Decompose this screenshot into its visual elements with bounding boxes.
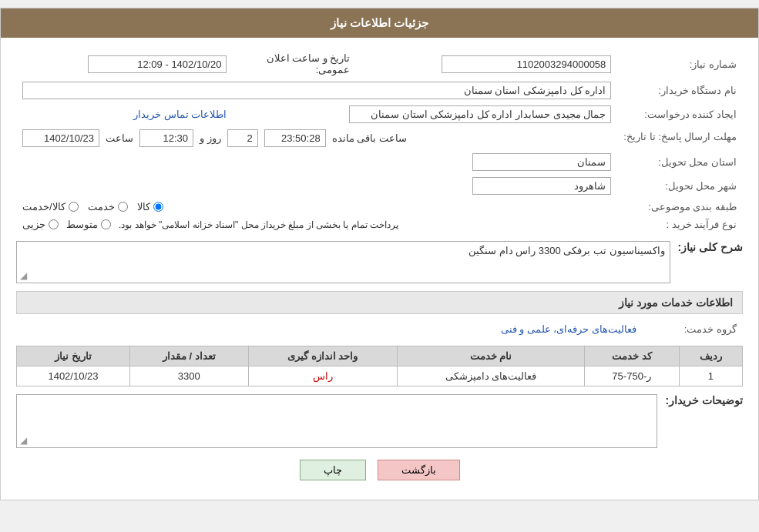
label-creator: ایجاد کننده درخواست: [617,102,743,126]
service-group-link[interactable]: فعالیت‌های حرفه‌ای، علمی و فنی [501,323,636,335]
buyer-desc-row: توضیحات خریدار: ◢ [16,394,743,448]
need-description-text: واکسیناسیون تب برفکی 3300 راس دام سنگین [22,245,665,256]
value-announce: 1402/10/20 - 12:09 [16,49,233,79]
header-title: جزئیات اطلاعات نیاز [331,16,428,29]
purchase-type-note: پرداخت تمام یا بخشی از مبلغ خریداز محل "… [119,219,398,230]
creator-input: جمال مجیدی حسابدار اداره کل دامپزشکی است… [349,105,611,123]
deadline-days-label: روز و [200,132,221,144]
table-row: 1 ر-750-75 فعالیت‌های دامپزشکی راس 3300 … [17,366,743,386]
announce-value-box: 1402/10/20 - 12:09 [88,55,227,73]
radio-kala[interactable]: کالا [137,201,163,212]
back-button[interactable]: بازگشت [378,460,460,480]
value-delivery-province: سمنان [16,150,617,174]
delivery-city-box: شاهرود [472,177,611,195]
cell-quantity: 3300 [129,366,248,386]
services-table: ردیف کد خدمت نام خدمت واحد اندازه گیری ت… [16,346,743,386]
contact-info-link[interactable]: اطلاعات تماس خریدار [133,109,227,120]
cell-name: فعالیت‌های دامپزشکی [398,366,585,386]
cell-date: 1402/10/23 [17,366,130,386]
content-area: شماره نیاز: 1102003294000058 تاریخ و ساع… [1,38,758,500]
value-service-group: فعالیت‌های حرفه‌ای، علمی و فنی [16,320,643,338]
buyer-org-input: اداره کل دامپزشکی استان سمنان [22,82,611,99]
cell-code: ر-750-75 [584,366,679,386]
need-number-input: 1102003294000058 [442,55,611,73]
radio-jazii-input[interactable] [49,219,59,229]
label-delivery-city: شهر محل تحویل: [617,174,743,198]
deadline-remaining-label: ساعت باقی مانده [332,132,407,144]
deadline-countdown-box: 23:50:28 [264,129,326,147]
buyer-desc-container: ◢ [16,394,657,448]
radio-khedmat[interactable]: خدمت [88,201,128,212]
value-need-number: 1102003294000058 [356,49,617,79]
value-creator: جمال مجیدی حسابدار اداره کل دامپزشکی است… [233,102,617,126]
value-buyer-org: اداره کل دامپزشکی استان سمنان [16,79,617,102]
need-description-box: واکسیناسیون تب برفکی 3300 راس دام سنگین … [16,241,670,283]
radio-motawaset[interactable]: متوسط [66,219,111,230]
value-purchase-type: جزیی متوسط پرداخت تمام یا بخشی از مبلغ خ… [16,216,617,233]
label-service-group: گروه خدمت: [643,320,743,338]
value-category: کالا/خدمت خدمت کالا [16,198,617,216]
delivery-province-box: سمنان [472,153,611,171]
button-bar: بازگشت چاپ [16,460,743,480]
deadline-time-label: ساعت [106,132,133,144]
need-description-container: واکسیناسیون تب برفکی 3300 راس دام سنگین … [16,241,670,283]
service-group-table: گروه خدمت: فعالیت‌های حرفه‌ای، علمی و فن… [16,320,743,338]
label-buyer-desc: توضیحات خریدار: [665,394,743,407]
deadline-days-box: 2 [227,129,258,147]
print-button[interactable]: چاپ [300,460,366,480]
radio-kala-input[interactable] [153,202,163,212]
contact-info-cell: اطلاعات تماس خریدار [16,102,233,126]
col-name: نام خدمت [398,346,585,366]
cell-unit: راس [248,366,398,386]
radio-khedmat-label: خدمت [88,201,115,212]
radio-kala-label: کالا [137,201,150,212]
info-table: شماره نیاز: 1102003294000058 تاریخ و ساع… [16,49,743,233]
label-delivery-province: استان محل تحویل: [617,150,743,174]
col-code: کد خدمت [584,346,679,366]
col-date: تاریخ نیاز [17,346,130,366]
radio-motawaset-input[interactable] [101,219,111,229]
resize-handle: ◢ [20,270,27,281]
label-need-number: شماره نیاز: [617,49,743,79]
label-category: طبقه بندی موضوعی: [617,198,743,216]
unit-link[interactable]: راس [313,370,333,382]
radio-motawaset-label: متوسط [66,219,98,230]
radio-kala-khedmat[interactable]: کالا/خدمت [22,201,79,212]
label-announce: تاریخ و ساعت اعلان عمومی: [233,49,356,79]
radio-jazii[interactable]: جزیی [22,219,59,230]
buyer-desc-box: ◢ [16,394,657,448]
deadline-time-box: 12:30 [139,129,193,147]
cell-row: 1 [679,366,742,386]
buyer-resize-handle: ◢ [20,435,27,446]
radio-kala-khedmat-label: کالا/خدمت [22,201,65,212]
deadline-row: 1402/10/23 ساعت 12:30 روز و 2 23:50:28 س… [16,126,617,150]
col-unit: واحد اندازه گیری [248,346,398,366]
radio-jazii-label: جزیی [22,219,45,230]
label-deadline: مهلت ارسال پاسخ: تا تاریخ: [617,126,743,150]
need-description-row: شرح کلی نیاز: واکسیناسیون تب برفکی 3300 … [16,241,743,283]
col-row: ردیف [679,346,742,366]
page-wrapper: جزئیات اطلاعات نیاز شماره نیاز: 11020032… [0,8,759,500]
services-section-title: اطلاعات خدمات مورد نیاز [16,291,743,314]
deadline-date-box: 1402/10/23 [22,129,99,147]
page-header: جزئیات اطلاعات نیاز [1,8,758,38]
radio-kala-khedmat-input[interactable] [69,202,79,212]
value-delivery-city: شاهرود [16,174,617,198]
label-need-description: شرح کلی نیاز: [678,241,743,253]
label-purchase-type: نوع فرآیند خرید : [617,216,743,233]
radio-khedmat-input[interactable] [118,202,128,212]
label-buyer-org: نام دستگاه خریدار: [617,79,743,102]
col-quantity: تعداد / مقدار [129,346,248,366]
